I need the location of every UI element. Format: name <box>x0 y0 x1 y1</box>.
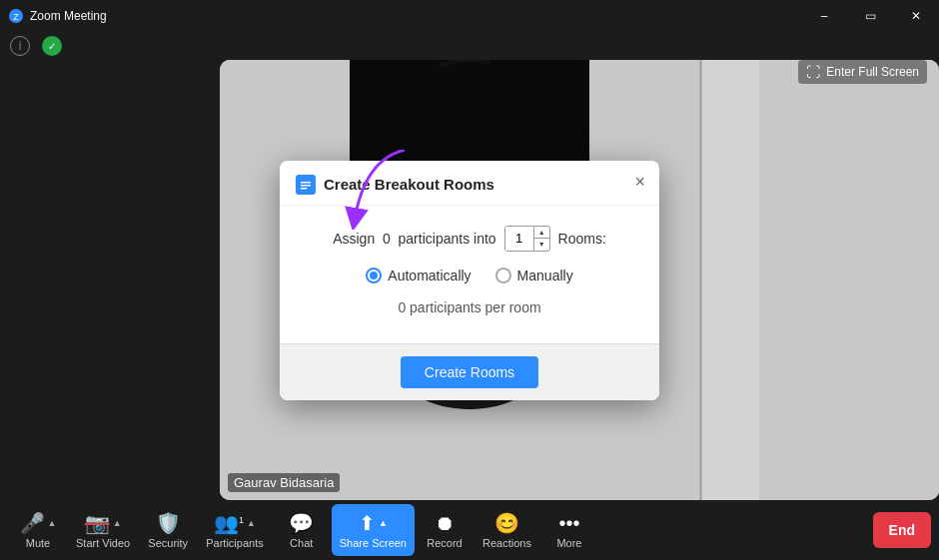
mute-button[interactable]: 🎤 ▲ Mute <box>8 504 68 556</box>
svg-rect-15 <box>301 188 307 190</box>
rooms-number-input[interactable]: ▲ ▼ <box>504 226 550 252</box>
dialog-overlay: Create Breakout Rooms × Assign 0 partici… <box>0 60 939 500</box>
breakout-rooms-dialog: Create Breakout Rooms × Assign 0 partici… <box>280 161 659 400</box>
rooms-count-field[interactable] <box>505 227 533 251</box>
svg-text:Z: Z <box>13 12 19 22</box>
app-icon: Z <box>8 8 24 24</box>
video-icon: 📷 <box>85 511 110 535</box>
svg-rect-14 <box>301 185 311 187</box>
window-title: Zoom Meeting <box>30 9 107 23</box>
share-chevron[interactable]: ▲ <box>379 518 388 528</box>
reactions-icon: 😊 <box>494 511 519 535</box>
participants-count: 1 <box>239 515 244 525</box>
dialog-close-button[interactable]: × <box>634 173 645 191</box>
chat-label: Chat <box>290 537 313 549</box>
chat-button[interactable]: 💬 Chat <box>272 504 332 556</box>
security-label: Security <box>148 537 188 549</box>
dialog-header-icon <box>296 175 316 195</box>
manually-radio[interactable] <box>495 268 511 283</box>
video-icon-area: 📷 ▲ <box>85 511 122 535</box>
top-bar: i ✓ <box>0 32 939 60</box>
more-button[interactable]: ••• More <box>539 504 599 556</box>
chat-icon: 💬 <box>289 511 314 535</box>
more-icon: ••• <box>558 512 579 535</box>
participants-button[interactable]: 👥 1 ▲ Participants <box>198 504 271 556</box>
spinner-controls: ▲ ▼ <box>533 227 549 251</box>
mic-icon: 🎤 <box>20 511 45 535</box>
manually-label: Manually <box>517 268 573 283</box>
svg-rect-13 <box>301 182 311 184</box>
start-video-button[interactable]: 📷 ▲ Start Video <box>68 504 138 556</box>
shield-icon[interactable]: ✓ <box>42 36 62 56</box>
mute-icon-area: 🎤 ▲ <box>20 511 57 535</box>
security-button[interactable]: 🛡️ Security <box>138 504 198 556</box>
spin-down-button[interactable]: ▼ <box>534 239 549 251</box>
dialog-footer: Create Rooms <box>280 343 659 400</box>
reactions-icon-area: 😊 <box>494 511 519 535</box>
video-label: Start Video <box>76 537 130 549</box>
create-rooms-button[interactable]: Create Rooms <box>401 356 538 388</box>
info-icon[interactable]: i <box>10 36 30 56</box>
mute-label: Mute <box>26 537 50 549</box>
close-button[interactable]: ✕ <box>893 0 939 32</box>
window-controls: – ▭ ✕ <box>801 0 939 32</box>
reactions-label: Reactions <box>482 537 531 549</box>
record-icon: ⏺ <box>435 512 455 535</box>
record-button[interactable]: ⏺ Record <box>415 504 474 556</box>
security-icon-area: 🛡️ <box>156 511 181 535</box>
dialog-header: Create Breakout Rooms × <box>280 161 659 206</box>
share-icon: ⬆ <box>359 511 376 535</box>
per-room-text: 0 participants per room <box>296 299 643 315</box>
spin-up-button[interactable]: ▲ <box>534 227 549 240</box>
toolbar: 🎤 ▲ Mute 📷 ▲ Start Video 🛡️ Security 👥 1… <box>0 500 939 560</box>
chat-icon-area: 💬 <box>289 511 314 535</box>
more-label: More <box>556 537 581 549</box>
maximize-button[interactable]: ▭ <box>847 0 893 32</box>
assign-text: Assign 0 participants into <box>333 231 495 247</box>
radio-dot <box>370 272 378 280</box>
participants-chevron[interactable]: ▲ <box>247 518 256 528</box>
dialog-body: Assign 0 participants into ▲ ▼ Rooms: <box>280 206 659 343</box>
assign-row: Assign 0 participants into ▲ ▼ Rooms: <box>296 226 643 252</box>
end-button[interactable]: End <box>873 512 931 548</box>
participants-icon-area: 👥 1 ▲ <box>214 511 256 535</box>
share-label: Share Screen <box>340 537 407 549</box>
automatically-label: Automatically <box>388 268 470 283</box>
dialog-title: Create Breakout Rooms <box>324 176 494 193</box>
automatically-option[interactable]: Automatically <box>366 268 470 283</box>
participants-label: Participants <box>206 537 263 549</box>
participants-icon: 👥 <box>214 511 239 535</box>
more-icon-area: ••• <box>558 512 579 535</box>
automatically-radio[interactable] <box>366 268 382 283</box>
share-screen-button[interactable]: ⬆ ▲ Share Screen <box>332 504 415 556</box>
manually-option[interactable]: Manually <box>495 268 573 283</box>
rooms-label: Rooms: <box>558 231 606 247</box>
title-bar: Z Zoom Meeting – ▭ ✕ <box>0 0 939 32</box>
video-chevron[interactable]: ▲ <box>113 518 122 528</box>
reactions-button[interactable]: 😊 Reactions <box>474 504 539 556</box>
minimize-button[interactable]: – <box>801 0 847 32</box>
record-label: Record <box>427 537 462 549</box>
share-icon-area: ⬆ ▲ <box>359 511 388 535</box>
security-icon: 🛡️ <box>156 511 181 535</box>
record-icon-area: ⏺ <box>435 512 455 535</box>
assignment-mode-row: Automatically Manually <box>296 268 643 283</box>
mute-chevron[interactable]: ▲ <box>48 518 57 528</box>
